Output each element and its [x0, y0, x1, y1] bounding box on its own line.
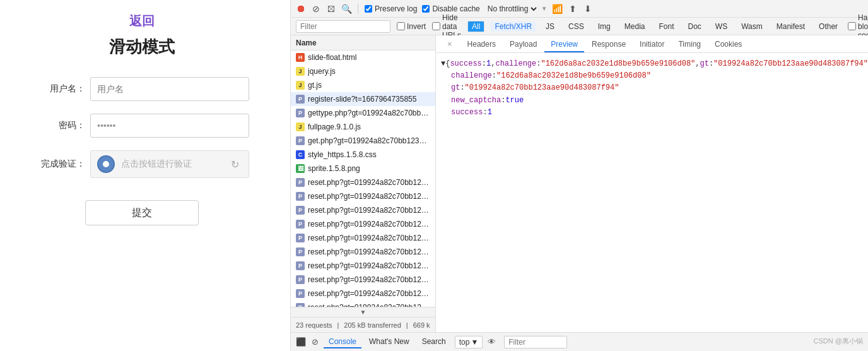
page-title: 滑动模式	[109, 36, 175, 58]
password-input[interactable]	[90, 114, 249, 138]
file-name-text: reset.php?gt=019924a82c70bb123aa...	[308, 192, 430, 201]
file-list-item[interactable]: Preset.php?gt=019924a82c70bb123aa...	[291, 217, 435, 231]
username-label: 用户名：	[35, 83, 85, 95]
preserve-log-label: Preserve log	[375, 4, 417, 13]
file-list-item[interactable]: Preset.php?gt=019924a82c70bb123aa...	[291, 203, 435, 217]
file-list-item[interactable]: Preset.php?gt=019924a82c70bb123aa...	[291, 300, 435, 307]
console-tab-whatsnew[interactable]: What's New	[364, 336, 414, 348]
php-file-icon: P	[296, 247, 305, 256]
throttling-group: No throttling Fast 3G Slow 3G Offline ▼	[485, 4, 548, 14]
disable-cache-checkbox[interactable]	[422, 5, 430, 13]
tab-headers[interactable]: Headers	[461, 37, 502, 52]
file-list[interactable]: Hslide-float.htmlJjquery.jsJgt.jsPregist…	[291, 51, 435, 307]
wifi-icon[interactable]: 📶	[553, 4, 563, 14]
file-list-item[interactable]: Pget.php?gt=019924a82c70bb123aae...	[291, 134, 435, 148]
captcha-refresh-icon[interactable]: ↻	[227, 157, 242, 172]
file-name-text: gt.js	[308, 81, 322, 90]
throttling-dropdown-arrow[interactable]: ▼	[541, 5, 548, 12]
devtools-content: Name Hslide-float.htmlJjquery.jsJgt.jsPr…	[291, 35, 868, 332]
captcha-circle	[97, 155, 115, 173]
file-list-item[interactable]: 🖼sprite.1.5.8.png	[291, 162, 435, 176]
tab-close-btn[interactable]: ×	[441, 37, 459, 52]
submit-button[interactable]: 提交	[85, 200, 199, 225]
preserve-log-checkbox[interactable]	[365, 5, 372, 13]
has-blocked-checkbox[interactable]	[848, 22, 856, 30]
png-file-icon: 🖼	[296, 164, 305, 173]
fetch-xhr-filter-btn[interactable]: Fetch/XHR	[491, 21, 536, 32]
captcha-circle-inner	[103, 161, 109, 167]
file-name-text: reset.php?gt=019924a82c70bb123aa...	[308, 275, 430, 284]
file-list-item[interactable]: Preset.php?gt=019924a82c70bb123aa...	[291, 176, 435, 189]
console-block-icon[interactable]: ⊘	[310, 337, 320, 347]
file-name-text: sprite.1.5.8.png	[308, 164, 360, 173]
back-link[interactable]: 返回	[129, 13, 155, 30]
console-tab-search[interactable]: Search	[417, 336, 451, 348]
console-top-dropdown[interactable]: top ▼	[455, 336, 483, 348]
tab-response[interactable]: Response	[585, 37, 632, 52]
invert-text: Invert	[407, 22, 426, 31]
upload-icon[interactable]: ⬆	[568, 4, 578, 14]
stop-icon[interactable]: ⊘	[311, 4, 321, 14]
php-file-icon: P	[296, 220, 305, 229]
file-name-text: reset.php?gt=019924a82c70bb123aa...	[308, 220, 430, 229]
tab-preview[interactable]: Preview	[544, 37, 584, 52]
img-filter-btn[interactable]: Img	[594, 21, 614, 32]
eye-icon[interactable]: 👁	[486, 337, 496, 347]
ws-filter-btn[interactable]: WS	[712, 21, 731, 32]
other-filter-btn[interactable]: Other	[815, 21, 842, 32]
filter-input[interactable]	[296, 20, 390, 33]
js-file-icon: J	[296, 67, 305, 76]
total-size: 669 k	[413, 321, 430, 329]
file-list-item[interactable]: Pgettype.php?gt=019924a82c70bb12...	[291, 106, 435, 120]
font-filter-btn[interactable]: Font	[655, 21, 677, 32]
filter-icon[interactable]: ⛝	[326, 4, 336, 14]
captcha-widget[interactable]: 点击按钮进行验证 ↻	[90, 150, 249, 178]
file-name-text: gettype.php?gt=019924a82c70bb12...	[308, 109, 430, 117]
media-filter-btn[interactable]: Media	[621, 21, 649, 32]
php-file-icon: P	[296, 206, 305, 215]
css-filter-btn[interactable]: CSS	[565, 21, 588, 32]
file-name-text: fullpage.9.1.0.js	[308, 122, 361, 131]
file-list-item[interactable]: Preset.php?gt=019924a82c70bb123aa...	[291, 231, 435, 245]
invert-checkbox[interactable]	[397, 22, 405, 30]
file-name-text: slide-float.html	[308, 53, 356, 62]
json-line-3: gt : "019924a82c70bb123aae90d483087f94"	[441, 82, 863, 94]
console-filter-input[interactable]	[504, 336, 567, 348]
tab-timing[interactable]: Timing	[672, 37, 707, 52]
scroll-down-arrow[interactable]: ▼	[291, 307, 435, 317]
js-filter-btn[interactable]: JS	[542, 21, 558, 32]
file-list-item[interactable]: Preset.php?gt=019924a82c70bb123aa...	[291, 273, 435, 287]
file-list-item[interactable]: Pregister-slide?t=1667964735855	[291, 92, 435, 106]
all-filter-btn[interactable]: All	[467, 21, 484, 32]
password-row: 密码：	[35, 114, 249, 138]
tab-cookies[interactable]: Cookies	[708, 37, 748, 52]
console-left-icon[interactable]: ⬛	[296, 337, 306, 347]
captcha-text: 点击按钮进行验证	[121, 158, 227, 170]
php-file-icon: P	[296, 234, 305, 242]
file-list-item[interactable]: Preset.php?gt=019924a82c70bb123aa...	[291, 287, 435, 300]
search-icon[interactable]: 🔍	[341, 4, 351, 14]
php-file-icon: P	[296, 95, 305, 104]
file-list-item[interactable]: Preset.php?gt=019924a82c70bb123aa...	[291, 245, 435, 259]
wasm-filter-btn[interactable]: Wasm	[737, 21, 766, 32]
download-icon[interactable]: ⬇	[583, 4, 593, 14]
doc-filter-btn[interactable]: Doc	[684, 21, 705, 32]
devtools-toolbar: ⏺ ⊘ ⛝ 🔍 Preserve log Disable cache No th…	[291, 0, 868, 18]
file-list-item[interactable]: Cstyle_https.1.5.8.css	[291, 148, 435, 162]
file-list-item[interactable]: Jfullpage.9.1.0.js	[291, 120, 435, 134]
record-icon[interactable]: ⏺	[296, 4, 306, 14]
manifest-filter-btn[interactable]: Manifest	[773, 21, 809, 32]
file-list-item[interactable]: Preset.php?gt=019924a82c70bb123aa...	[291, 189, 435, 203]
console-tab-console[interactable]: Console	[324, 336, 361, 348]
tab-initiator[interactable]: Initiator	[633, 37, 671, 52]
hide-data-urls-checkbox[interactable]	[432, 22, 440, 30]
file-list-item[interactable]: Preset.php?gt=019924a82c70bb123aa...	[291, 259, 435, 273]
file-list-item[interactable]: Hslide-float.html	[291, 51, 435, 64]
file-list-item[interactable]: Jjquery.js	[291, 64, 435, 78]
captcha-row: 完成验证： 点击按钮进行验证 ↻	[35, 150, 249, 178]
devtools-bottom: ⬛ ⊘ Console What's New Search top ▼ 👁	[291, 332, 868, 351]
throttling-select[interactable]: No throttling Fast 3G Slow 3G Offline	[485, 4, 539, 14]
file-list-item[interactable]: Jgt.js	[291, 78, 435, 92]
tab-payload[interactable]: Payload	[503, 37, 543, 52]
username-input[interactable]	[90, 77, 249, 101]
